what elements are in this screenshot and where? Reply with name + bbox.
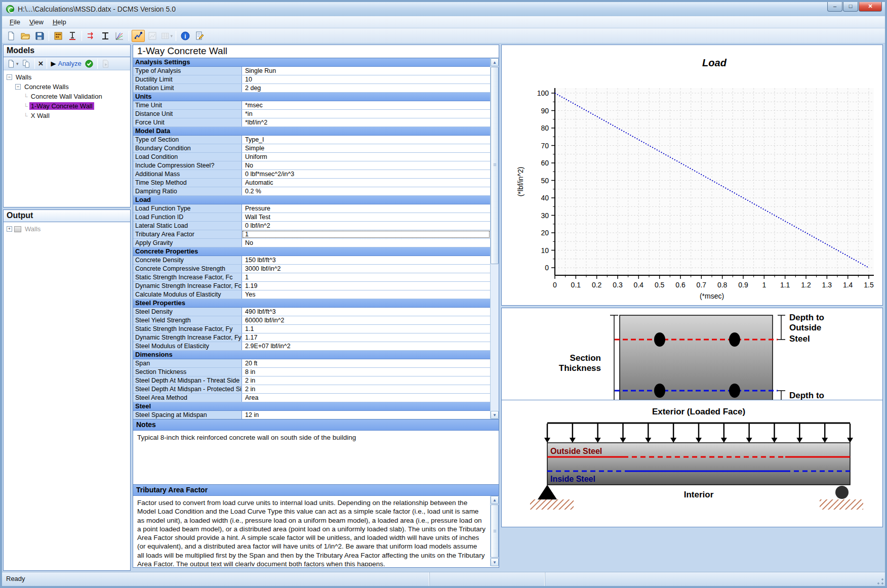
tree-item-1-way-concrete-wall[interactable]: └1-Way Concrete Wall	[5, 101, 129, 111]
grid-row-label: Span	[133, 359, 242, 367]
grid-row-value[interactable]: Simple	[242, 144, 490, 152]
collapse-icon[interactable]: −	[7, 74, 12, 80]
grid-row-value[interactable]: Pressure	[242, 204, 490, 213]
scroll-up-icon[interactable]: ▲	[491, 496, 499, 504]
load-chart: Load00.10.20.30.40.50.60.70.80.911.11.21…	[502, 45, 882, 305]
grid-scrollbar[interactable]: ▲ ▼	[490, 58, 499, 419]
svg-text:50: 50	[541, 177, 549, 185]
grid-scroll-thumb[interactable]	[491, 67, 499, 264]
tree-label[interactable]: Walls	[14, 73, 33, 81]
exterior-label: Exterior (Loaded Face)	[652, 407, 745, 416]
grid-row-value[interactable]: 0 lbf*msec^2/in^3	[242, 170, 490, 178]
grid-row-value[interactable]: *in	[242, 110, 490, 118]
tree-label[interactable]: Concrete Walls	[23, 83, 70, 91]
beam-diagram: Exterior (Loaded Face) Outside Steel Ins…	[502, 400, 882, 527]
grid-row-value[interactable]: 60000 lbf/in^2	[242, 316, 490, 324]
analyze-button[interactable]: ▶ Analyze	[49, 58, 83, 69]
maximize-button[interactable]: □	[843, 2, 858, 12]
menu-view[interactable]: View	[25, 17, 48, 27]
info-button[interactable]: i	[179, 30, 192, 42]
svg-text:0.6: 0.6	[675, 281, 686, 289]
grid-row-value[interactable]: *msec	[242, 101, 490, 109]
grid-row-value[interactable]: 2 in	[242, 376, 490, 385]
save-file-button[interactable]	[33, 30, 46, 42]
grid-row-value[interactable]: 2.9E+07 lbf/in^2	[242, 342, 490, 350]
collapse-icon[interactable]: −	[15, 84, 21, 90]
expand-icon[interactable]: +	[7, 226, 12, 232]
grid-row-value[interactable]: 1	[242, 273, 490, 281]
wall-section	[620, 315, 773, 414]
tree-label[interactable]: Walls	[23, 225, 42, 233]
results-table-button[interactable]: ▾	[160, 30, 173, 42]
grid-row-value[interactable]: 490 lbf/ft^3	[242, 308, 490, 316]
grid-row-value[interactable]: *lbf/in^2	[242, 118, 490, 127]
grid-section-header: Concrete Properties	[133, 247, 490, 256]
minimize-button[interactable]: –	[827, 2, 842, 12]
grid-row: Type of AnalysisSingle Run	[133, 67, 490, 75]
tributary-scroll-thumb[interactable]	[491, 505, 499, 558]
material-curves-button[interactable]	[113, 30, 126, 42]
results-chart-button[interactable]	[146, 30, 159, 42]
chevron-down-icon[interactable]: ▾	[170, 33, 173, 38]
menu-file[interactable]: File	[5, 17, 25, 27]
new-model-button[interactable]: ▾	[5, 58, 20, 69]
resize-grip[interactable]	[877, 578, 884, 585]
grid-row-value[interactable]: 1.17	[242, 333, 490, 342]
units-icon	[53, 31, 63, 41]
tree-label[interactable]: 1-Way Concrete Wall	[29, 102, 94, 110]
grid-row-value[interactable]: 1	[242, 230, 490, 238]
tree-item-walls[interactable]: −Walls	[5, 72, 129, 82]
svg-text:90: 90	[541, 107, 549, 115]
grid-row-value[interactable]: 1.19	[242, 282, 490, 290]
grid-row: Additional Mass0 lbf*msec^2/in^3	[133, 170, 490, 179]
grid-row-value[interactable]: 12 in	[242, 411, 490, 419]
tree-label[interactable]: X Wall	[29, 112, 51, 119]
grid-row-value[interactable]: No	[242, 239, 490, 247]
grid-row-value[interactable]: 10	[242, 75, 490, 83]
depth-inside-label: Depth to	[789, 391, 824, 400]
cross-section-button[interactable]	[99, 30, 112, 42]
grid-row-value[interactable]: Type_I	[242, 136, 490, 144]
units-button[interactable]	[52, 30, 65, 42]
grid-row-value[interactable]: 2 deg	[242, 84, 490, 92]
new-file-button[interactable]	[5, 30, 18, 42]
grid-row-value[interactable]: 1.1	[242, 325, 490, 333]
report-button[interactable]	[193, 30, 206, 42]
notes-text[interactable]: Typical 8-inch thick reinforced concrete…	[133, 431, 499, 485]
grid-row-value[interactable]: Area	[242, 394, 490, 402]
validate-button[interactable]	[83, 58, 95, 69]
grid-row-value[interactable]: Automatic	[242, 179, 490, 187]
grid-row-value[interactable]: 150 lbf/ft^3	[242, 256, 490, 264]
section-editor-button[interactable]	[66, 30, 79, 42]
scroll-down-icon[interactable]: ▼	[491, 411, 499, 419]
menu-help[interactable]: Help	[48, 17, 71, 27]
grid-row-value[interactable]: Single Run	[242, 67, 490, 75]
grid-row-value[interactable]: No	[242, 161, 490, 170]
grid-row-label: Dynamic Strength Increase Factor, Fy	[133, 333, 242, 342]
tributary-scrollbar[interactable]: ▲ ▼	[490, 496, 499, 566]
analyze-probe-button[interactable]	[132, 30, 145, 42]
grid-row-value[interactable]: 8 in	[242, 368, 490, 376]
tree-label[interactable]: Concrete Wall Validation	[29, 93, 104, 100]
grid-row-value[interactable]: Wall Test	[242, 213, 490, 221]
run-batch-button[interactable]	[100, 58, 112, 69]
tree-item-concrete-walls[interactable]: −Concrete Walls	[5, 82, 129, 92]
grid-row-value[interactable]: 2 in	[242, 385, 490, 393]
open-file-button[interactable]	[19, 30, 32, 42]
scroll-down-icon[interactable]: ▼	[491, 558, 499, 566]
delete-model-button[interactable]: ×	[37, 58, 45, 69]
close-button[interactable]: ✕	[859, 2, 882, 12]
scroll-up-icon[interactable]: ▲	[491, 58, 499, 66]
grid-row-value[interactable]: Yes	[242, 290, 490, 299]
load-curve-button[interactable]	[85, 30, 98, 42]
grid-row-value[interactable]: Uniform	[242, 153, 490, 161]
grid-row: Distance Unit*in	[133, 110, 490, 118]
tree-item-x-wall[interactable]: └X Wall	[5, 111, 129, 120]
grid-row-value[interactable]: 20 ft	[242, 359, 490, 367]
tree-item-concrete-wall-validation[interactable]: └Concrete Wall Validation	[5, 92, 129, 101]
grid-row-value[interactable]: 0.2 %	[242, 187, 490, 195]
tree-item-walls[interactable]: +Walls	[5, 224, 129, 234]
grid-row-value[interactable]: 0 lbf/in^2	[242, 222, 490, 230]
copy-model-button[interactable]	[20, 58, 32, 69]
grid-row-value[interactable]: 3000 lbf/in^2	[242, 265, 490, 273]
